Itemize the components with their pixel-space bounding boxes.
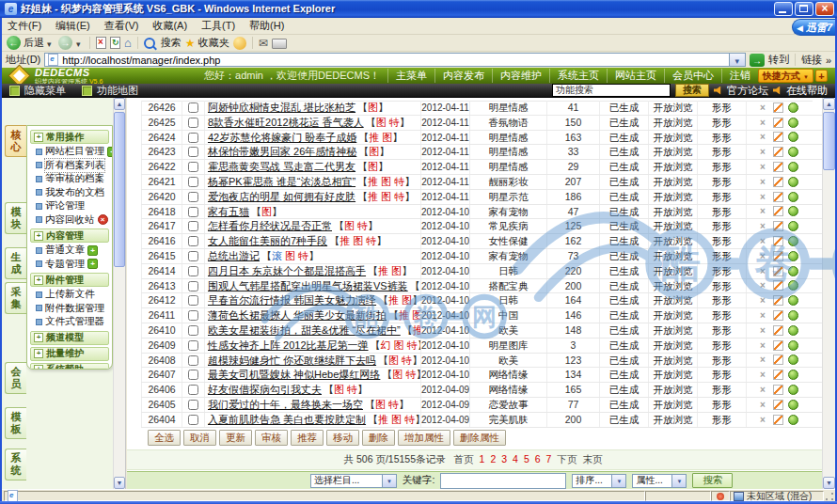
minimize-button[interactable] <box>774 2 793 16</box>
edit-icon[interactable] <box>773 236 783 246</box>
favorites-button[interactable]: 收藏夹 <box>185 36 229 50</box>
add-shortcut-button[interactable]: + <box>815 70 828 82</box>
edit-icon[interactable] <box>773 251 783 261</box>
function-search-button[interactable]: 搜索 <box>675 84 709 97</box>
doc-title-link[interactable]: 怎样看你月经状况是否正常 <box>208 220 332 231</box>
tools-icon[interactable]: × <box>758 370 768 380</box>
scroll-up-button[interactable] <box>114 98 125 110</box>
row-checkbox[interactable] <box>188 102 198 113</box>
batch-button[interactable]: 全选 <box>148 430 181 446</box>
tools-icon[interactable]: × <box>758 132 768 142</box>
doc-title-link[interactable]: 42岁苏慧伦将嫁豪门 盼奉子成婚 <box>208 132 356 143</box>
doc-title-link[interactable]: 围观人气韩星搭配穿出明星气场裙装VS裤装 <box>208 280 408 291</box>
refresh-button[interactable] <box>110 37 120 49</box>
batch-button[interactable]: 更新 <box>219 430 252 446</box>
menu-item[interactable]: 收藏(A) <box>152 19 187 33</box>
preview-icon[interactable] <box>788 400 798 410</box>
scroll-down-button[interactable] <box>114 477 125 489</box>
sidebar-section-header[interactable]: +批量维护 <box>30 347 109 361</box>
row-checkbox[interactable] <box>188 162 198 172</box>
edit-icon[interactable] <box>773 310 783 321</box>
sidebar-section-header[interactable]: +附件管理 <box>30 273 109 287</box>
row-checkbox[interactable] <box>188 355 198 366</box>
edit-icon[interactable] <box>773 118 783 128</box>
scroll-up-button[interactable] <box>823 98 835 110</box>
resize-grip[interactable] <box>824 491 835 502</box>
preview-icon[interactable] <box>788 177 798 187</box>
tools-icon[interactable]: × <box>758 221 768 231</box>
edit-icon[interactable] <box>773 325 783 336</box>
doc-title-link[interactable]: 8款香水催旺2012桃花运 香气袭人 <box>208 117 364 128</box>
batch-button[interactable]: 推荐 <box>291 430 324 446</box>
tools-icon[interactable]: × <box>758 147 768 157</box>
sidebar-item[interactable]: 网站栏目管理+ <box>29 145 110 159</box>
preview-icon[interactable] <box>788 280 798 291</box>
scrollbar-thumb[interactable] <box>823 112 835 170</box>
preview-icon[interactable] <box>788 132 798 142</box>
page-number-link[interactable]: 2 <box>490 453 496 465</box>
row-checkbox[interactable] <box>188 236 198 246</box>
batch-button[interactable]: 审核 <box>255 430 288 446</box>
keyword-input[interactable] <box>440 473 566 489</box>
edit-icon[interactable] <box>773 295 783 306</box>
doc-title-link[interactable]: 欧美女星裙装街拍，甜美&优雅 “尽在裙中” <box>208 324 401 336</box>
doc-title-link[interactable]: 好友假借探病勾引我丈夫 <box>208 384 322 395</box>
sidebar-item[interactable]: 评论管理 <box>29 199 110 213</box>
menu-item[interactable]: 帮助(H) <box>249 19 284 33</box>
tools-icon[interactable]: × <box>758 102 768 113</box>
go-label[interactable]: 转到 <box>768 53 789 67</box>
page-number-link[interactable]: 1 <box>480 453 485 465</box>
preview-icon[interactable] <box>788 102 798 113</box>
tools-icon[interactable]: × <box>758 192 768 202</box>
page-number-link[interactable]: 4 <box>513 453 518 465</box>
list-search-button[interactable]: 搜索 <box>692 473 733 488</box>
preview-icon[interactable] <box>788 192 798 202</box>
hide-menu-button[interactable]: 隐藏菜单 <box>24 84 66 98</box>
tools-icon[interactable]: × <box>758 325 768 336</box>
preview-icon[interactable] <box>788 118 798 128</box>
sidebar-section-header[interactable]: +内容管理 <box>30 228 109 243</box>
tools-icon[interactable]: × <box>758 400 768 410</box>
address-dropdown-button[interactable] <box>729 54 745 66</box>
tools-icon[interactable]: × <box>758 118 768 128</box>
menu-item[interactable]: 文件(F) <box>8 19 41 33</box>
thunder-download-button[interactable]: 迅雷7 <box>792 19 837 36</box>
edit-icon[interactable] <box>773 385 783 395</box>
scrollbar-thumb[interactable] <box>114 112 125 267</box>
mail-button[interactable] <box>259 37 268 50</box>
tools-icon[interactable]: × <box>758 280 768 291</box>
page-number-link[interactable]: 7 <box>546 453 552 465</box>
tools-icon[interactable]: × <box>758 266 768 276</box>
doc-title-link[interactable]: 家有五猫 <box>208 206 249 217</box>
sidebar-item[interactable]: 文件式管理器 <box>29 315 110 329</box>
sidebar-tab-7[interactable]: 系统 <box>5 449 26 480</box>
preview-icon[interactable] <box>788 385 798 395</box>
edit-icon[interactable] <box>773 162 783 172</box>
page-number-link[interactable]: 6 <box>535 453 541 465</box>
doc-title-link[interactable]: 霍思燕黄奕骂战 骂走富二代男友 <box>208 161 355 172</box>
tools-icon[interactable]: × <box>758 295 768 306</box>
doc-title-link[interactable]: 爱泡夜店的明星 如何拥有好皮肤 <box>208 191 355 202</box>
print-button[interactable] <box>272 39 287 49</box>
sort-select[interactable]: 排序... <box>572 474 626 488</box>
home-button[interactable] <box>124 36 132 50</box>
tools-icon[interactable]: × <box>758 385 768 395</box>
column-select[interactable]: 选择栏目... <box>310 474 397 488</box>
doc-title-link[interactable]: 总统出游记 <box>208 250 260 261</box>
edit-icon[interactable] <box>773 340 783 351</box>
sidebar-item[interactable]: 我发布的文档 <box>29 186 110 200</box>
page-next-link[interactable]: 下页 <box>557 453 576 465</box>
doc-title-link[interactable]: 阿娇钟欣桐情史混乱 堪比张柏芝 <box>208 102 355 113</box>
preview-icon[interactable] <box>788 221 798 231</box>
sidebar-item[interactable]: 普通文章+ <box>29 244 110 258</box>
topnav-link[interactable]: 内容发布 <box>434 69 484 83</box>
edit-icon[interactable] <box>773 177 783 187</box>
sidebar-item[interactable]: 附件数据管理 <box>29 302 110 316</box>
row-checkbox[interactable] <box>188 415 198 425</box>
preview-icon[interactable] <box>788 370 798 380</box>
back-button[interactable]: 后退 <box>7 36 55 50</box>
preview-icon[interactable] <box>788 236 798 246</box>
menu-item[interactable]: 编辑(E) <box>55 19 90 33</box>
page-first-link[interactable]: 首页 <box>454 453 474 465</box>
doc-title-link[interactable]: 薄荷色长裙最撩人 华丽美少女最新街拍 <box>208 309 387 321</box>
